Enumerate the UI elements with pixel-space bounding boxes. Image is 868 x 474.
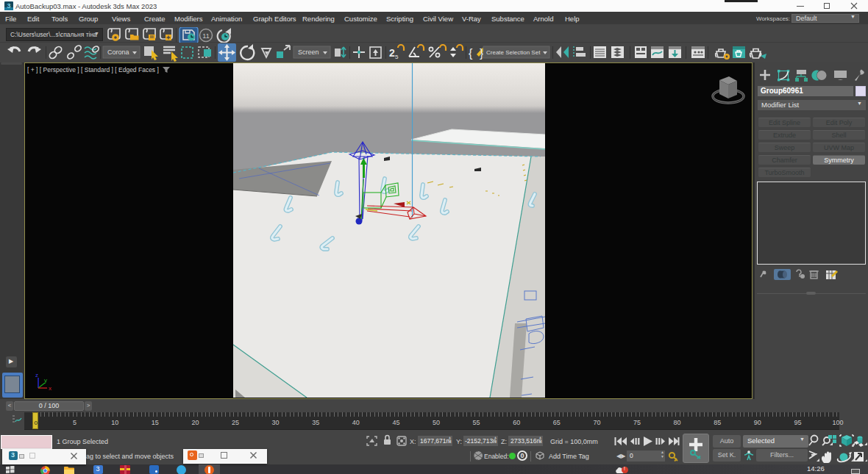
svg-text:5: 5 (395, 54, 399, 60)
svg-text:x: x (49, 385, 51, 392)
svg-text:{: { (469, 47, 473, 60)
svg-text:z: z (35, 372, 38, 378)
svg-text:y: y (44, 377, 47, 384)
svg-text:11: 11 (202, 32, 209, 40)
svg-text:3: 3 (7, 2, 10, 10)
svg-text:Screen: Screen (298, 49, 319, 56)
svg-text:Corona: Corona (107, 49, 129, 56)
svg-text:2: 2 (389, 47, 395, 59)
svg-text:Create Selection Set: Create Selection Set (486, 49, 541, 56)
